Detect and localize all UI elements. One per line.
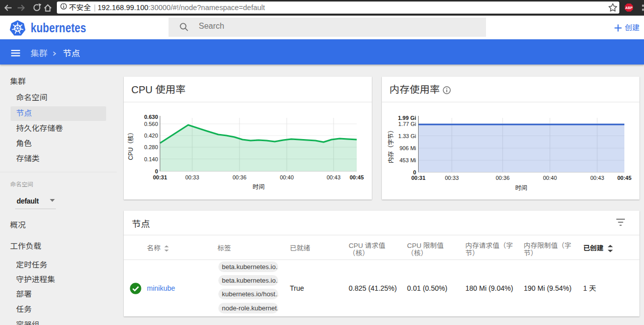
svg-text:00:45: 00:45 [617, 175, 631, 181]
svg-text:内存（字节）: 内存（字节） [387, 127, 394, 163]
svg-text:00:43: 00:43 [590, 175, 604, 181]
svg-text:00:33: 00:33 [185, 174, 199, 180]
svg-text:1.33 Gi: 1.33 Gi [398, 133, 416, 139]
svg-text:CPU（核）: CPU（核） [127, 129, 134, 160]
svg-text:00:40: 00:40 [280, 174, 294, 180]
svg-text:1.99 Gi: 1.99 Gi [398, 115, 416, 121]
svg-text:00:36: 00:36 [496, 175, 510, 181]
svg-text:0.420: 0.420 [144, 133, 158, 139]
svg-text:00:36: 00:36 [232, 174, 247, 180]
svg-text:0.280: 0.280 [144, 144, 158, 150]
svg-text:时间: 时间 [515, 184, 527, 191]
svg-text:0.630: 0.630 [144, 114, 158, 120]
svg-text:00:33: 00:33 [445, 175, 459, 181]
svg-text:00:31: 00:31 [411, 175, 425, 181]
svg-text:0.560: 0.560 [144, 121, 158, 127]
svg-text:0: 0 [155, 168, 158, 174]
svg-text:453 Mi: 453 Mi [399, 157, 416, 163]
svg-text:00:45: 00:45 [350, 174, 364, 180]
svg-text:906 Mi: 906 Mi [399, 145, 416, 151]
svg-text:时间: 时间 [253, 183, 265, 190]
svg-text:0.140: 0.140 [144, 156, 158, 162]
svg-text:00:43: 00:43 [327, 174, 341, 180]
svg-text:1.77 Gi: 1.77 Gi [398, 121, 416, 127]
svg-text:ABP: ABP [625, 6, 633, 10]
svg-text:00:40: 00:40 [543, 175, 557, 181]
svg-text:00:31: 00:31 [153, 174, 167, 180]
